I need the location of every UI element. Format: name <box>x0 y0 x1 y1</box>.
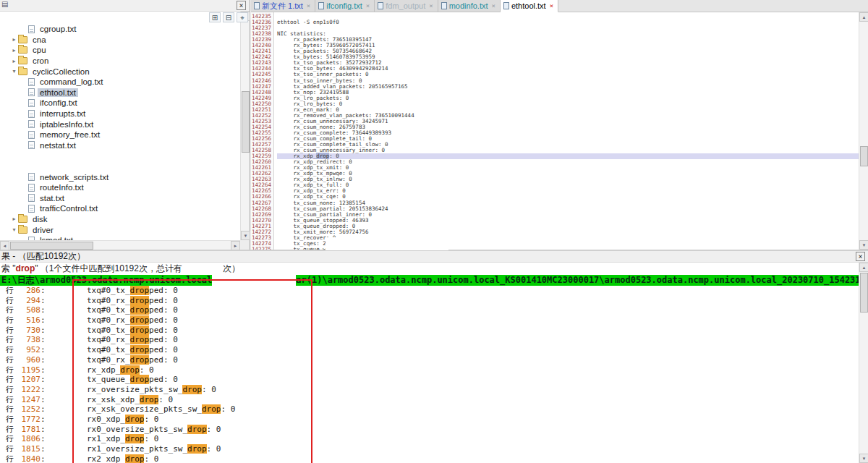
scroll-down-icon[interactable]: ▼ <box>859 454 868 463</box>
code-line[interactable]: rx_xdp_drop: 0 <box>277 153 859 159</box>
tree-item-label: cpu <box>30 46 48 54</box>
tree-file-memory_free-txt[interactable]: memory_free.txt <box>0 129 240 140</box>
tab-close-icon[interactable]: × <box>307 2 310 9</box>
tab-close-icon[interactable]: × <box>550 2 553 9</box>
result-row-label: 行 <box>6 345 17 355</box>
workspace-vertical-scrollbar[interactable]: ▲ ▼ <box>240 12 250 240</box>
tree-folder-cpu[interactable]: ▸cpu <box>0 45 240 56</box>
result-line-number: 1772 <box>17 415 41 425</box>
workspace-close-button[interactable]: × <box>237 1 246 10</box>
chevron-right-icon[interactable]: ▸ <box>10 36 18 43</box>
document-icon <box>441 2 447 9</box>
tree-file-trafficControl-txt[interactable]: trafficControl.txt <box>0 203 240 214</box>
annotation-rectangle <box>72 279 312 463</box>
scrollbar-thumb[interactable] <box>242 91 250 153</box>
scrollbar-thumb[interactable] <box>860 146 868 166</box>
code-line[interactable]: rx_xdp_tx_mpwqe: 0 <box>277 171 859 177</box>
tree-file-stat-txt[interactable]: stat.txt <box>0 193 240 204</box>
chevron-down-icon[interactable]: ▾ <box>10 226 18 233</box>
expand-all-icon[interactable]: ⊞ <box>209 12 221 22</box>
code-line[interactable]: ethtool -S enp1s0f0 <box>277 20 859 25</box>
code-line[interactable]: rx_xdp_tx_err: 0 <box>277 188 859 194</box>
tree-file-cgroup-txt[interactable]: cgroup.txt <box>0 24 240 35</box>
chevron-right-icon[interactable]: ▸ <box>10 58 18 64</box>
code-line[interactable] <box>277 25 859 31</box>
tree-file-ifconfig-txt[interactable]: ifconfig.txt <box>0 98 240 109</box>
file-icon <box>28 99 35 107</box>
document-icon <box>318 2 324 9</box>
tree-item-label: command_log.txt <box>38 77 106 86</box>
scrollbar-thumb[interactable] <box>10 242 93 250</box>
code-line[interactable] <box>277 14 859 20</box>
scrollbar-thumb[interactable] <box>860 273 868 313</box>
code-line[interactable]: tx_added_vlan_packets: 205165957165 <box>277 84 859 90</box>
line-number-gutter[interactable]: 1422351422361422371422381422391422401422… <box>251 12 274 250</box>
result-line-number: 1815 <box>17 444 41 454</box>
results-summary: 索 "drop" （1个文件中匹配到10192次，总计有次） <box>0 263 859 275</box>
code-line[interactable]: tx_nop: 232419588 <box>277 90 859 95</box>
code-line[interactable]: rx_xdp_redirect: 0 <box>277 159 859 165</box>
tree-folder-cron[interactable]: ▸cron <box>0 56 240 67</box>
tree-item-label: disk <box>30 215 49 224</box>
result-line-number: 1252 <box>17 404 41 415</box>
tree-file-netstat-txt[interactable]: netstat.txt <box>0 140 240 151</box>
tab-3[interactable]: modinfo.txt× <box>438 0 501 12</box>
workspace-toolbar: ⊞ ⊟ ⌖ <box>209 12 248 22</box>
result-row-label: 行 <box>6 434 17 444</box>
file-icon <box>28 110 35 118</box>
tab-close-icon[interactable]: × <box>492 2 495 9</box>
result-row-label: 行 <box>6 444 17 454</box>
tab-1[interactable]: ifconfig.txt× <box>315 0 375 12</box>
tree-file-interrupts-txt[interactable]: interrupts.txt <box>0 109 240 119</box>
tree-folder-driver[interactable]: ▾driver <box>0 224 240 235</box>
code-line[interactable]: rx_lro_bytes: 0 <box>277 101 859 107</box>
tree-file-command_log-txt[interactable]: command_log.txt <box>0 77 240 88</box>
locate-file-icon[interactable]: ⌖ <box>237 12 248 22</box>
result-line-number: 1222 <box>17 385 41 395</box>
chevron-right-icon[interactable]: ▸ <box>10 216 18 222</box>
results-vertical-scrollbar[interactable]: ▲ ▼ <box>859 263 868 463</box>
tab-close-icon[interactable]: × <box>366 2 370 9</box>
tree-item-label: memory_free.txt <box>38 130 102 139</box>
tab-close-icon[interactable]: × <box>429 2 433 9</box>
scroll-down-icon[interactable]: ▼ <box>241 231 250 240</box>
code-line[interactable]: rx_csum_unnecessary_inner: 0 <box>277 148 859 153</box>
tree-file-network_scripts-txt[interactable]: network_scripts.txt <box>0 171 240 182</box>
tree-file-ethtool-txt[interactable]: ethtool.txt <box>0 88 240 98</box>
code-line[interactable]: tx_xmit_more: 569724756 <box>277 229 859 235</box>
tree-folder-disk[interactable]: ▸disk <box>0 214 240 225</box>
scroll-down-icon[interactable]: ▼ <box>859 240 868 250</box>
result-row-label: 行 <box>6 335 17 345</box>
tab-0[interactable]: 新文件 1.txt× <box>251 0 315 12</box>
editor-vertical-scrollbar[interactable]: ▲ ▼ <box>859 12 868 250</box>
tree-file-iptablesInfo-txt[interactable]: iptablesInfo.txt <box>0 119 240 129</box>
editor[interactable]: 1422351422361422371422381422391422401422… <box>251 12 859 250</box>
code-line[interactable]: rx_xdp_tx_xmit: 0 <box>277 165 859 171</box>
code-line[interactable]: rx_xdp_tx_inlnw: 0 <box>277 177 859 182</box>
tree-file-routeInfo-txt[interactable]: routeInfo.txt <box>0 182 240 193</box>
chevron-right-icon[interactable]: ▸ <box>10 47 18 54</box>
workspace-menu-icon[interactable]: ▤ <box>1 0 8 8</box>
scroll-up-icon[interactable]: ▲ <box>859 12 868 22</box>
scroll-up-icon[interactable]: ▲ <box>859 263 868 272</box>
tree-folder-cyclicCollection[interactable]: ▾cyclicCollection <box>0 66 240 77</box>
tree-folder-cna[interactable]: ▸cna <box>0 35 240 46</box>
collapse-all-icon[interactable]: ⊟ <box>223 12 234 22</box>
code-line[interactable]: rx_lro_packets: 0 <box>277 95 859 101</box>
tab-2[interactable]: fdm_output× <box>375 0 438 12</box>
code-line[interactable]: tx_tso_inner_packets: 0 <box>277 72 859 77</box>
results-summary-text: 次） <box>223 263 240 273</box>
code-line[interactable]: tx_queue_stopped: 46393 <box>277 218 859 224</box>
code-line[interactable]: rx_xdp_tx_full: 0 <box>277 182 859 188</box>
chevron-down-icon[interactable]: ▾ <box>10 68 18 75</box>
result-row-label: 行 <box>6 425 17 435</box>
tree-item-label: driver <box>30 226 56 234</box>
workspace-horizontal-scrollbar[interactable]: ◄ ► <box>0 240 240 250</box>
code-area[interactable]: ethtool -S enp1s0f0NIC statistics: rx_pa… <box>274 12 859 250</box>
tab-label: ethtool.txt <box>511 1 546 10</box>
result-row-label: 行 <box>6 415 17 425</box>
document-icon <box>378 2 383 9</box>
tab-4[interactable]: ethtool.txt× <box>501 0 558 12</box>
tree-file-lsmod-txt[interactable]: lsmod.txt <box>0 235 240 240</box>
results-close-button[interactable]: × <box>856 252 865 261</box>
